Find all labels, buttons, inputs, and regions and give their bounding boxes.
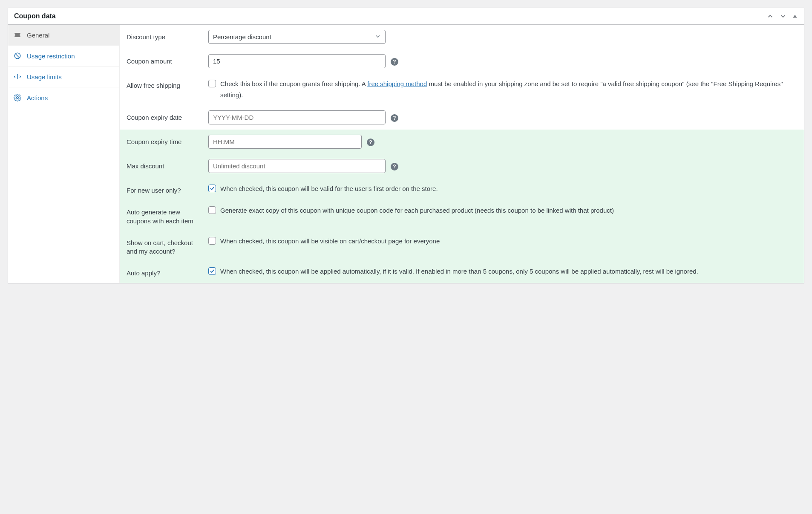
new-user-checkbox[interactable] bbox=[208, 185, 216, 192]
sidebar-item-general[interactable]: General bbox=[8, 25, 119, 46]
panel-header-controls bbox=[766, 12, 798, 20]
sidebar-item-label: Usage restriction bbox=[27, 52, 75, 60]
svg-marker-0 bbox=[793, 15, 797, 18]
chevron-down-icon[interactable] bbox=[779, 12, 787, 20]
label-expiry-time: Coupon expiry time bbox=[127, 135, 202, 146]
help-icon[interactable]: ? bbox=[391, 58, 398, 66]
row-free-shipping: Allow free shipping Check this box if th… bbox=[120, 73, 804, 105]
svg-line-2 bbox=[16, 54, 20, 58]
expiry-date-input[interactable] bbox=[208, 110, 386, 124]
discount-type-select[interactable]: Percentage discount bbox=[208, 30, 386, 44]
sidebar-item-actions[interactable]: Actions bbox=[8, 87, 119, 108]
auto-apply-desc: When checked, this coupon will be applie… bbox=[220, 266, 698, 277]
sidebar-item-usage-restriction[interactable]: Usage restriction bbox=[8, 46, 119, 66]
label-coupon-amount: Coupon amount bbox=[127, 54, 202, 66]
svg-point-4 bbox=[17, 97, 19, 99]
row-show-on-pages: Show on cart, checkout and my account? W… bbox=[120, 231, 804, 261]
row-auto-generate: Auto generate new coupons with each item… bbox=[120, 200, 804, 231]
panel-title: Coupon data bbox=[14, 12, 56, 20]
panel-header: Coupon data bbox=[8, 8, 804, 25]
show-on-pages-desc: When checked, this coupon will be visibl… bbox=[220, 236, 440, 247]
help-icon[interactable]: ? bbox=[391, 114, 398, 122]
free-shipping-desc: Check this box if the coupon grants free… bbox=[220, 78, 797, 100]
form-content: Discount type Percentage discount Coupon… bbox=[120, 25, 804, 283]
new-user-desc: When checked, this coupon will be valid … bbox=[220, 183, 438, 194]
no-entry-icon bbox=[13, 52, 22, 60]
show-on-pages-checkbox[interactable] bbox=[208, 237, 216, 245]
row-discount-type: Discount type Percentage discount bbox=[120, 25, 804, 49]
sidebar-item-label: General bbox=[27, 32, 49, 39]
label-new-user: For new user only? bbox=[127, 183, 202, 195]
label-auto-apply: Auto apply? bbox=[127, 266, 202, 277]
row-coupon-amount: Coupon amount ? bbox=[120, 49, 804, 73]
row-new-user: For new user only? When checked, this co… bbox=[120, 178, 804, 200]
label-free-shipping: Allow free shipping bbox=[127, 78, 202, 90]
chevron-up-icon[interactable] bbox=[766, 12, 774, 20]
coupon-data-panel: Coupon data General bbox=[8, 8, 804, 283]
label-expiry-date: Coupon expiry date bbox=[127, 110, 202, 122]
help-icon[interactable]: ? bbox=[367, 139, 374, 146]
auto-generate-checkbox[interactable] bbox=[208, 206, 216, 214]
triangle-up-icon[interactable] bbox=[792, 13, 798, 19]
free-shipping-method-link[interactable]: free shipping method bbox=[367, 80, 427, 87]
coupon-amount-input[interactable] bbox=[208, 54, 386, 68]
expiry-time-input[interactable] bbox=[208, 135, 362, 149]
sidebar-item-usage-limits[interactable]: Usage limits bbox=[8, 66, 119, 87]
label-max-discount: Max discount bbox=[127, 159, 202, 170]
auto-apply-checkbox[interactable] bbox=[208, 267, 216, 275]
label-show-on-pages: Show on cart, checkout and my account? bbox=[127, 236, 202, 256]
row-expiry-time: Coupon expiry time ? bbox=[120, 130, 804, 154]
sidebar: General Usage restriction Usage limits A… bbox=[8, 25, 120, 283]
max-discount-input[interactable] bbox=[208, 159, 386, 173]
label-discount-type: Discount type bbox=[127, 30, 202, 41]
sidebar-item-label: Usage limits bbox=[27, 73, 62, 81]
ticket-icon bbox=[13, 31, 22, 39]
auto-generate-desc: Generate exact copy of this coupon with … bbox=[220, 205, 614, 216]
row-expiry-date: Coupon expiry date ? bbox=[120, 105, 804, 130]
row-max-discount: Max discount ? bbox=[120, 154, 804, 178]
limits-icon bbox=[13, 72, 22, 81]
gear-icon bbox=[13, 93, 22, 102]
free-shipping-checkbox[interactable] bbox=[208, 80, 216, 87]
help-icon[interactable]: ? bbox=[391, 163, 398, 170]
label-auto-generate: Auto generate new coupons with each item bbox=[127, 205, 202, 225]
sidebar-item-label: Actions bbox=[27, 94, 48, 101]
discount-type-select-wrap: Percentage discount bbox=[208, 30, 386, 44]
panel-body: General Usage restriction Usage limits A… bbox=[8, 25, 804, 283]
row-auto-apply: Auto apply? When checked, this coupon wi… bbox=[120, 261, 804, 283]
